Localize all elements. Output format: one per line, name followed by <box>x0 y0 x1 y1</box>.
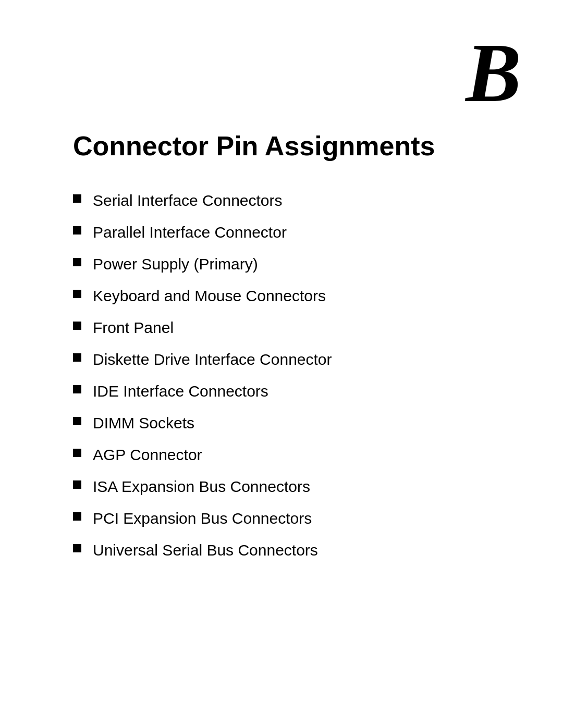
item-label: Keyboard and Mouse Connectors <box>93 286 326 306</box>
list-item-front-panel: Front Panel <box>73 317 521 338</box>
bullet-icon <box>73 353 81 362</box>
bullet-icon <box>73 544 81 552</box>
item-label: PCI Expansion Bus Connectors <box>93 508 312 528</box>
item-label: Front Panel <box>93 317 174 338</box>
list-item-ide-interface: IDE Interface Connectors <box>73 381 521 401</box>
list-item-usb-connectors: Universal Serial Bus Connectors <box>73 540 521 560</box>
item-label: Diskette Drive Interface Connector <box>93 349 332 369</box>
list-item-isa-expansion: ISA Expansion Bus Connectors <box>73 476 521 497</box>
toc-list: Serial Interface ConnectorsParallel Inte… <box>73 190 521 560</box>
bullet-icon <box>73 258 81 266</box>
bullet-icon <box>73 417 81 425</box>
list-item-power-supply: Power Supply (Primary) <box>73 254 521 274</box>
item-label: DIMM Sockets <box>93 413 194 433</box>
chapter-letter: B <box>42 31 521 115</box>
bullet-icon <box>73 290 81 298</box>
bullet-icon <box>73 226 81 235</box>
bullet-icon <box>73 480 81 489</box>
item-label: IDE Interface Connectors <box>93 381 268 401</box>
list-item-keyboard-mouse: Keyboard and Mouse Connectors <box>73 286 521 306</box>
list-item-diskette-drive: Diskette Drive Interface Connector <box>73 349 521 369</box>
item-label: ISA Expansion Bus Connectors <box>93 476 310 497</box>
list-item-agp-connector: AGP Connector <box>73 445 521 465</box>
bullet-icon <box>73 194 81 203</box>
item-label: Parallel Interface Connector <box>93 222 287 242</box>
list-item-dimm-sockets: DIMM Sockets <box>73 413 521 433</box>
bullet-icon <box>73 512 81 521</box>
bullet-icon <box>73 322 81 330</box>
item-label: Universal Serial Bus Connectors <box>93 540 318 560</box>
list-item-pci-expansion: PCI Expansion Bus Connectors <box>73 508 521 528</box>
page-container: B Connector Pin Assignments Serial Inter… <box>0 0 563 728</box>
bullet-icon <box>73 385 81 393</box>
item-label: AGP Connector <box>93 445 202 465</box>
page-title: Connector Pin Assignments <box>73 130 521 162</box>
list-item-parallel-interface: Parallel Interface Connector <box>73 222 521 242</box>
list-item-serial-interface: Serial Interface Connectors <box>73 190 521 211</box>
bullet-icon <box>73 449 81 457</box>
item-label: Power Supply (Primary) <box>93 254 258 274</box>
item-label: Serial Interface Connectors <box>93 190 283 211</box>
